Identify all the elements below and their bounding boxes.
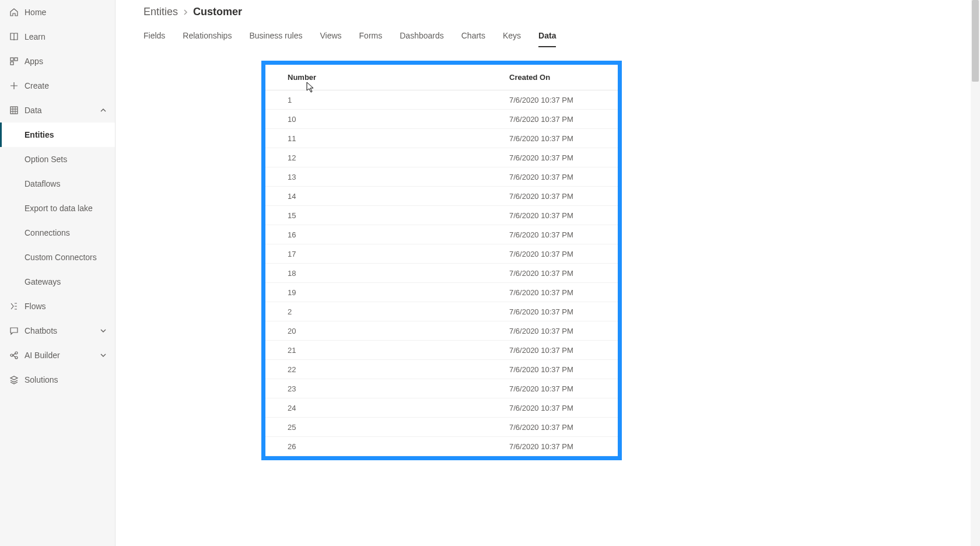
sidebar-item-label: Dataflows	[24, 179, 60, 188]
table-row[interactable]: 167/6/2020 10:37 PM	[265, 225, 618, 244]
book-icon	[9, 32, 19, 41]
cell-number: 1	[265, 96, 505, 104]
sidebar-item-flows[interactable]: Flows	[0, 294, 115, 318]
breadcrumb: Entities Customer	[116, 0, 980, 18]
svg-rect-0	[10, 58, 13, 61]
table-row[interactable]: 177/6/2020 10:37 PM	[265, 244, 618, 264]
column-header-number[interactable]: Number	[265, 73, 505, 82]
sidebar-item-data[interactable]: Data	[0, 98, 115, 123]
sidebar-item-custom-connectors[interactable]: Custom Connectors	[0, 245, 115, 270]
table-row[interactable]: 187/6/2020 10:37 PM	[265, 264, 618, 283]
cell-number: 16	[265, 230, 505, 239]
tab-business-rules[interactable]: Business rules	[249, 31, 302, 47]
cell-created-on: 7/6/2020 10:37 PM	[505, 250, 618, 258]
cell-number: 15	[265, 211, 505, 220]
sidebar-item-export-data-lake[interactable]: Export to data lake	[0, 196, 115, 220]
cell-created-on: 7/6/2020 10:37 PM	[505, 192, 618, 201]
sidebar-item-solutions[interactable]: Solutions	[0, 368, 115, 392]
table-row[interactable]: 107/6/2020 10:37 PM	[265, 110, 618, 129]
home-icon	[9, 8, 19, 17]
sidebar-item-option-sets[interactable]: Option Sets	[0, 147, 115, 172]
cell-number: 11	[265, 134, 505, 143]
table-row[interactable]: 227/6/2020 10:37 PM	[265, 360, 618, 379]
breadcrumb-parent[interactable]: Entities	[144, 6, 178, 18]
table-row[interactable]: 257/6/2020 10:37 PM	[265, 418, 618, 437]
main-content: Entities Customer Fields Relationships B…	[116, 0, 980, 546]
sidebar-item-label: Chatbots	[24, 326, 57, 335]
chevron-down-icon	[100, 352, 107, 359]
sidebar-item-ai-builder[interactable]: AI Builder	[0, 343, 115, 368]
sidebar-item-label: Export to data lake	[24, 204, 93, 213]
cell-number: 13	[265, 173, 505, 181]
table-row[interactable]: 157/6/2020 10:37 PM	[265, 206, 618, 225]
sidebar-item-gateways[interactable]: Gateways	[0, 270, 115, 294]
sidebar-item-label: Solutions	[24, 375, 58, 384]
tab-views[interactable]: Views	[320, 31, 341, 47]
cell-created-on: 7/6/2020 10:37 PM	[505, 423, 618, 432]
table-row[interactable]: 27/6/2020 10:37 PM	[265, 302, 618, 321]
chevron-up-icon	[100, 107, 107, 114]
table-row[interactable]: 247/6/2020 10:37 PM	[265, 398, 618, 418]
cell-number: 2	[265, 307, 505, 316]
cell-number: 12	[265, 153, 505, 162]
tab-keys[interactable]: Keys	[503, 31, 521, 47]
sidebar-item-entities[interactable]: Entities	[0, 123, 115, 147]
svg-point-5	[15, 352, 18, 354]
table-row[interactable]: 207/6/2020 10:37 PM	[265, 321, 618, 341]
tab-dashboards[interactable]: Dashboards	[400, 31, 444, 47]
vertical-scrollbar[interactable]	[971, 0, 980, 546]
table-row[interactable]: 17/6/2020 10:37 PM	[265, 90, 618, 110]
table-row[interactable]: 137/6/2020 10:37 PM	[265, 167, 618, 187]
cell-number: 23	[265, 384, 505, 393]
svg-point-6	[15, 356, 18, 359]
svg-rect-1	[15, 58, 18, 61]
sidebar-item-label: Learn	[24, 32, 46, 41]
sidebar-item-dataflows[interactable]: Dataflows	[0, 172, 115, 196]
sidebar-item-chatbots[interactable]: Chatbots	[0, 318, 115, 343]
table-row[interactable]: 197/6/2020 10:37 PM	[265, 283, 618, 302]
cell-created-on: 7/6/2020 10:37 PM	[505, 307, 618, 316]
sidebar-item-connections[interactable]: Connections	[0, 220, 115, 245]
chat-icon	[9, 326, 19, 335]
sidebar-item-apps[interactable]: Apps	[0, 49, 115, 74]
cell-created-on: 7/6/2020 10:37 PM	[505, 442, 618, 451]
table-row[interactable]: 117/6/2020 10:37 PM	[265, 129, 618, 148]
scrollbar-thumb[interactable]	[972, 0, 979, 82]
table-row[interactable]: 237/6/2020 10:37 PM	[265, 379, 618, 398]
sidebar-item-create[interactable]: Create	[0, 74, 115, 98]
tab-forms[interactable]: Forms	[359, 31, 383, 47]
sidebar-item-learn[interactable]: Learn	[0, 24, 115, 49]
cell-number: 18	[265, 269, 505, 278]
tab-charts[interactable]: Charts	[461, 31, 485, 47]
cell-number: 21	[265, 346, 505, 355]
cell-created-on: 7/6/2020 10:37 PM	[505, 173, 618, 181]
table-row[interactable]: 127/6/2020 10:37 PM	[265, 148, 618, 167]
cell-created-on: 7/6/2020 10:37 PM	[505, 288, 618, 297]
table-row[interactable]: 147/6/2020 10:37 PM	[265, 187, 618, 206]
column-header-created-on[interactable]: Created On	[505, 73, 618, 82]
data-grid-header: Number Created On	[265, 65, 618, 90]
tab-relationships[interactable]: Relationships	[183, 31, 232, 47]
breadcrumb-current: Customer	[193, 6, 242, 18]
sidebar: Home Learn Apps Create Data Entities Opt…	[0, 0, 116, 546]
entity-tabs: Fields Relationships Business rules View…	[116, 18, 980, 47]
cell-number: 24	[265, 404, 505, 412]
cell-number: 20	[265, 327, 505, 335]
cell-created-on: 7/6/2020 10:37 PM	[505, 269, 618, 278]
table-row[interactable]: 267/6/2020 10:37 PM	[265, 437, 618, 456]
cell-created-on: 7/6/2020 10:37 PM	[505, 211, 618, 220]
svg-rect-3	[10, 107, 18, 114]
chevron-down-icon	[100, 327, 107, 334]
sidebar-item-label: Option Sets	[24, 155, 67, 164]
cell-created-on: 7/6/2020 10:37 PM	[505, 404, 618, 412]
sidebar-item-label: Home	[24, 8, 46, 17]
cell-created-on: 7/6/2020 10:37 PM	[505, 327, 618, 335]
svg-point-4	[10, 354, 13, 356]
cell-created-on: 7/6/2020 10:37 PM	[505, 153, 618, 162]
table-row[interactable]: 217/6/2020 10:37 PM	[265, 341, 618, 360]
cell-number: 10	[265, 115, 505, 124]
sidebar-item-home[interactable]: Home	[0, 0, 115, 24]
grid-icon	[9, 106, 19, 115]
tab-fields[interactable]: Fields	[144, 31, 165, 47]
tab-data[interactable]: Data	[538, 31, 556, 47]
